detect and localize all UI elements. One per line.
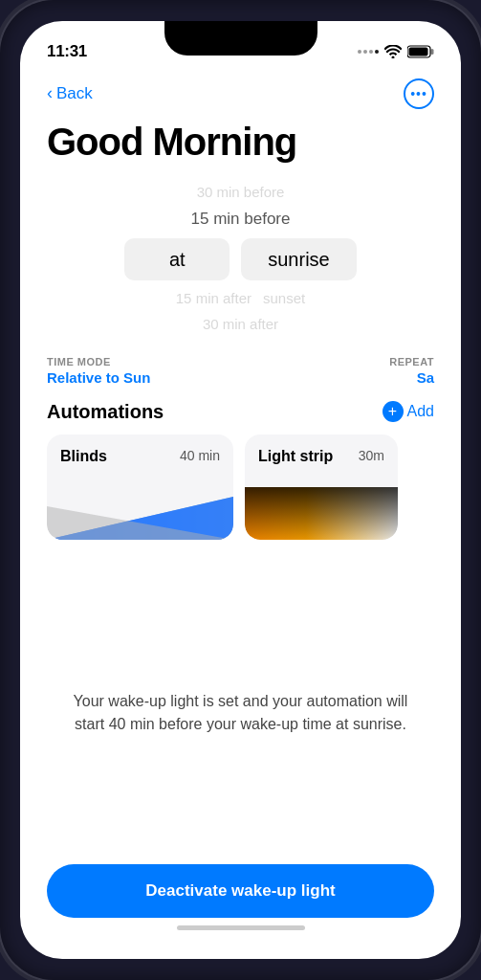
svg-rect-2 [409, 48, 428, 56]
back-button[interactable]: ‹ Back [47, 84, 93, 103]
battery-icon [407, 45, 434, 58]
automations-title: Automations [47, 401, 164, 423]
deactivate-button[interactable]: Deactivate wake-up light [47, 864, 434, 918]
more-icon: ••• [410, 87, 427, 100]
card-header-lightstrip: Light strip 30m [258, 448, 384, 465]
notch [164, 21, 317, 56]
time-mode-value[interactable]: Relative to Sun [47, 369, 150, 386]
time-picker: 30 min before 15 min before at sunrise 1… [47, 179, 434, 337]
time-pill-at[interactable]: at [124, 238, 230, 280]
wifi-icon [384, 45, 402, 58]
svg-rect-1 [431, 49, 434, 55]
repeat-label: REPEAT [389, 356, 434, 368]
phone-screen: 11:31 ‹ [20, 21, 461, 959]
repeat-value[interactable]: Sa [389, 369, 434, 386]
time-option-30-after[interactable]: 30 min after [203, 311, 278, 337]
blinds-visual [47, 487, 233, 540]
svg-rect-10 [245, 487, 398, 540]
status-icons [358, 45, 434, 58]
main-content: ‹ Back ••• Good Morning 30 min before 15… [20, 69, 461, 864]
add-button[interactable]: + Add [383, 401, 434, 422]
more-button[interactable]: ••• [404, 78, 434, 109]
add-icon: + [383, 401, 404, 422]
time-mode-label: TIME MODE [47, 356, 150, 368]
info-text: Your wake-up light is set and your autom… [47, 563, 434, 864]
repeat-group: REPEAT Sa [389, 356, 434, 386]
card-header-blinds: Blinds 40 min [60, 448, 220, 465]
time-mode-group: TIME MODE Relative to Sun [47, 356, 150, 386]
automation-card-blinds[interactable]: Blinds 40 min [47, 434, 233, 540]
automations-header: Automations + Add [47, 401, 434, 423]
automations-scroll: Blinds 40 min [47, 434, 434, 540]
signal-icon [358, 50, 379, 54]
automation-card-lightstrip[interactable]: Light strip 30m [245, 434, 398, 540]
nav-bar: ‹ Back ••• [47, 69, 434, 117]
lightstrip-visual [245, 487, 398, 540]
bottom-area: Deactivate wake-up light [20, 864, 461, 959]
back-chevron-icon: ‹ [47, 83, 53, 103]
phone-frame: 11:31 ‹ [0, 0, 481, 980]
back-label: Back [56, 84, 93, 103]
info-paragraph: Your wake-up light is set and your autom… [66, 690, 415, 736]
time-option-30-before[interactable]: 30 min before [197, 179, 285, 205]
lightstrip-card-title: Light strip [258, 448, 333, 465]
add-label: Add [407, 403, 434, 420]
time-option-15-before[interactable]: 15 min before [191, 205, 291, 234]
time-option-15-after[interactable]: 15 min after sunset [176, 285, 305, 311]
page-title: Good Morning [47, 121, 434, 164]
time-pill-sunrise[interactable]: sunrise [241, 238, 356, 280]
blinds-card-title: Blinds [60, 448, 107, 465]
blinds-card-time: 40 min [180, 448, 220, 463]
home-indicator [177, 925, 305, 930]
status-time: 11:31 [47, 42, 87, 61]
time-option-at[interactable]: at sunrise [124, 235, 356, 283]
lightstrip-card-time: 30m [359, 448, 384, 463]
meta-row: TIME MODE Relative to Sun REPEAT Sa [47, 356, 434, 386]
